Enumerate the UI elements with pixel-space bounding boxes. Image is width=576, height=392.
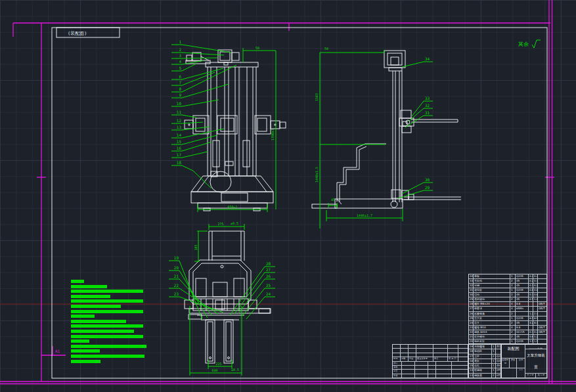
note-line (71, 355, 144, 358)
bom-total-mass: 1.5 (533, 339, 538, 343)
surface-note-text: 其余 (518, 41, 529, 47)
bom-remark (538, 288, 546, 292)
label-zone: 分区 (409, 357, 416, 360)
balloon-30: 30 (425, 177, 430, 182)
bom-unit-mass: 0.4 (529, 274, 533, 278)
bom-material (496, 349, 500, 353)
bom-material: 8.8 (516, 302, 529, 306)
bom-part-name: 货叉架 (474, 316, 510, 320)
dim-bottom-neck: 185 (194, 244, 198, 250)
dim-bottom-outer-tol: ±0.5 (231, 368, 239, 372)
bom-material: Q235 (516, 288, 529, 292)
bom-part-name: 盖板 (474, 274, 510, 278)
dim-side-base: 1446±1.7 (357, 213, 372, 217)
bom-unit-mass: 0.6 (529, 335, 533, 339)
bom-material: 45 (516, 279, 529, 283)
balloon-15: 15 (177, 139, 182, 144)
bom-part-name: 底架 (474, 359, 492, 363)
note-line (71, 335, 143, 338)
surface-roughness-note: 其余 (518, 40, 541, 48)
bom-remark: GB/T (538, 326, 546, 330)
bom-part-name: 立柱 (474, 355, 492, 359)
bom-part-name: 轴承座 (474, 374, 492, 378)
bom-material: 45 (516, 284, 529, 288)
bom-row: 26 起重链条 2 1.2 2.4 (469, 312, 546, 316)
bom-material: 45 (516, 297, 529, 301)
bom-material: 65Mn (516, 307, 529, 311)
bom-no: 32 (469, 284, 474, 288)
dim-side-lower: 1448±1.5 (315, 167, 319, 183)
bom-row: 27 垫圈 8 4 65Mn GB/T (469, 307, 546, 311)
bom-unit-mass: 0.1 (529, 284, 533, 288)
bom-part-name: 电机支架 (474, 339, 510, 343)
bom-qty: 1 (510, 274, 516, 278)
balloon-20: 20 (174, 265, 179, 270)
bom-material: Q235 (516, 339, 529, 343)
bom-row: 31 滚轮架 1 Q235 0.8 0.8 (469, 288, 546, 293)
bom-row: 22 轴承 6204 2 GCr15 0.1 0.2 GB/T (469, 330, 546, 335)
balloon-18: 18 (177, 160, 182, 165)
bom-material: Q235 (516, 316, 529, 320)
bom-no: 13 (469, 374, 474, 378)
bom-no: 26 (469, 312, 474, 316)
dim-front-width: 650±1 (227, 205, 237, 209)
scale-label: 比例 (517, 359, 525, 368)
bom-no: 23 (469, 326, 474, 330)
bom-material: HT200 (496, 368, 500, 372)
cad-canvas[interactable]: A1 (装配图) 其余 (0, 0, 576, 392)
bom-row: 18 电动机 1 (469, 349, 500, 354)
bom-qty: 2 (510, 284, 516, 288)
balloon-17: 17 (177, 152, 182, 157)
bom-unit-mass (529, 326, 533, 330)
note-line (71, 324, 143, 328)
bom-total-mass: 1.0 (533, 297, 538, 301)
dim-side-step: 45 (331, 198, 335, 202)
balloon-13: 13 (177, 125, 182, 129)
bom-row: 24 货叉 2 45 4.2 8.4 (469, 321, 546, 326)
bom-table-continued: 19 升降螺母 1 ZCuSn10 18 电动机 1 17 立柱 2 Q235 … (468, 344, 501, 378)
balloon-9: 9 (179, 93, 181, 97)
bom-material: 45 (496, 364, 500, 368)
bom-material: 45 (516, 293, 529, 297)
bom-qty: 2 (510, 312, 516, 316)
balloon-33: 33 (425, 96, 430, 100)
stage-label: 阶段标记 (502, 359, 510, 368)
dim-front-top: 50 (255, 46, 259, 50)
note-line (71, 330, 134, 333)
balloon-31: 31 (425, 110, 430, 115)
signature-block: 标记 处数 分区 更改文件号 签名 年.月.日 设计 审核 工艺 批准 (392, 344, 468, 378)
bom-part-name: 联轴器 (474, 368, 492, 372)
note-line (71, 360, 100, 363)
balloon-26: 26 (266, 274, 271, 278)
bom-unit-mass (529, 307, 533, 311)
bom-unit-mass (529, 302, 533, 306)
balloon-28: 28 (266, 261, 271, 266)
bom-remark: GB/T (538, 307, 546, 311)
bom-remark (538, 279, 546, 283)
bom-part-name: 滚轮架 (474, 288, 510, 292)
bom-no: 16 (469, 359, 474, 363)
bom-unit-mass: 1.5 (529, 339, 533, 343)
bom-qty: 1 (510, 339, 516, 343)
bom-qty: 1 (510, 316, 516, 320)
bom-part-name: 垫圈 8 (474, 307, 510, 311)
dim-side-top: 50 (324, 47, 328, 51)
bom-no: 34 (469, 274, 474, 278)
dim-front-height: 1780±1 (271, 129, 275, 141)
label-date: 年.月.日 (448, 357, 458, 360)
bom-qty: 2 (510, 321, 516, 325)
balloon-5: 5 (179, 66, 181, 70)
bom-remark (538, 339, 546, 343)
balloon-32: 32 (425, 103, 430, 108)
school-name: ×××大学 (525, 345, 546, 349)
dim-bottom-top-tol: ±0.5 (231, 221, 238, 225)
balloon-leaders (169, 45, 433, 320)
bom-row: 23 螺母 M10 4 8.8 GB/T (469, 326, 546, 330)
bom-qty: 2 (510, 279, 516, 283)
note-line (71, 310, 143, 313)
drawing-type: 装配图 (502, 345, 525, 359)
bom-no: 14 (469, 368, 474, 372)
corner-mark-label: A1 (55, 349, 60, 353)
bom-total-mass: 1.2 (533, 335, 538, 339)
balloon-29: 29 (425, 185, 430, 190)
